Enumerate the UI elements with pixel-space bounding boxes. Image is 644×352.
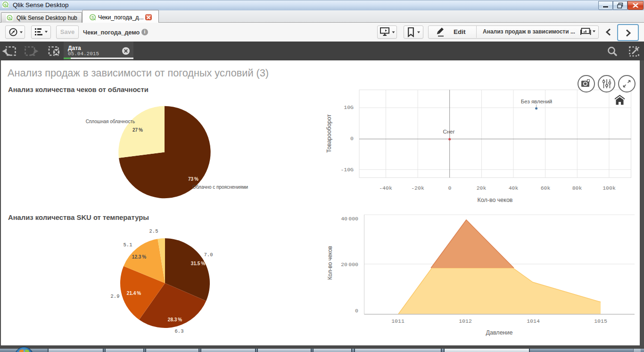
svg-text:S: S bbox=[8, 16, 11, 20]
svg-text:S: S bbox=[91, 15, 94, 20]
svg-text:S: S bbox=[4, 3, 7, 7]
